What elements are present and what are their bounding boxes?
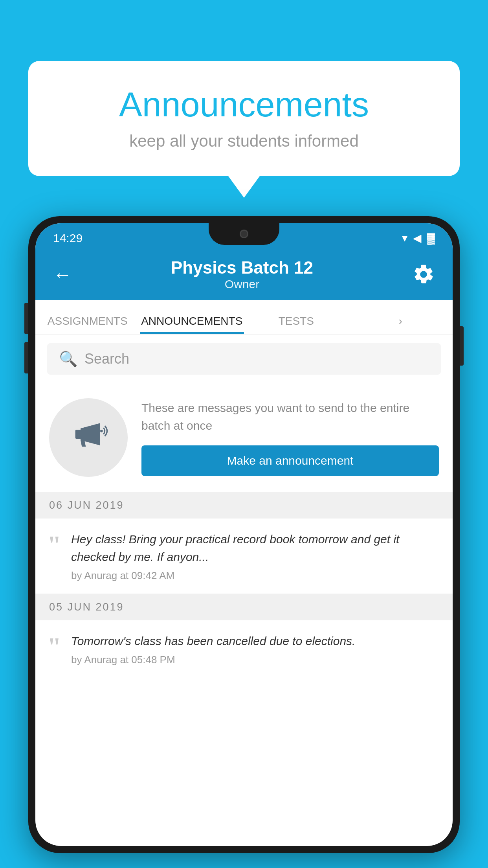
message-content-2: Tomorrow's class has been cancelled due … — [71, 632, 439, 666]
message-author-2: by Anurag at 05:48 PM — [71, 654, 439, 666]
announcement-prompt: These are messages you want to send to t… — [35, 383, 453, 492]
quote-icon-2: " — [47, 634, 61, 660]
date-separator-1: 06 JUN 2019 — [35, 492, 453, 519]
date-separator-2: 05 JUN 2019 — [35, 594, 453, 620]
prompt-right: These are messages you want to send to t… — [141, 399, 439, 476]
tab-tests[interactable]: TESTS — [244, 315, 349, 334]
megaphone-icon — [69, 418, 108, 457]
message-author-1: by Anurag at 09:42 AM — [71, 570, 439, 582]
speech-bubble-container: Announcements keep all your students inf… — [28, 61, 460, 198]
header-center: Physics Batch 12 Owner — [171, 258, 313, 291]
message-item-2[interactable]: " Tomorrow's class has been cancelled du… — [35, 620, 453, 678]
make-announcement-button[interactable]: Make an announcement — [141, 445, 439, 476]
tab-more[interactable]: › — [349, 315, 453, 334]
phone-notch — [209, 223, 279, 245]
battery-icon: ▓ — [427, 232, 435, 245]
message-content-1: Hey class! Bring your practical record b… — [71, 530, 439, 582]
back-button[interactable]: ← — [53, 264, 72, 285]
header-subtitle: Owner — [171, 278, 313, 291]
volume-up-button — [24, 303, 28, 334]
search-icon: 🔍 — [59, 350, 77, 368]
phone-container: 14:29 ▾ ◀ ▓ ← Physics Batch 12 Owner — [28, 216, 460, 868]
camera-lens — [240, 230, 248, 238]
signal-icon: ◀ — [413, 232, 422, 245]
message-text-2: Tomorrow's class has been cancelled due … — [71, 632, 439, 650]
svg-point-1 — [100, 430, 103, 432]
wifi-icon: ▾ — [402, 232, 407, 245]
settings-button[interactable] — [412, 263, 435, 286]
megaphone-circle — [49, 398, 128, 477]
status-time: 14:29 — [53, 232, 83, 245]
svg-rect-0 — [75, 430, 81, 439]
search-container: 🔍 Search — [35, 335, 453, 383]
speech-bubble: Announcements keep all your students inf… — [28, 61, 460, 176]
phone-outer: 14:29 ▾ ◀ ▓ ← Physics Batch 12 Owner — [28, 216, 460, 853]
quote-icon-1: " — [47, 532, 61, 558]
speech-bubble-arrow — [228, 176, 260, 198]
search-bar[interactable]: 🔍 Search — [47, 343, 441, 375]
phone-screen: 14:29 ▾ ◀ ▓ ← Physics Batch 12 Owner — [35, 223, 453, 846]
message-item-1[interactable]: " Hey class! Bring your practical record… — [35, 519, 453, 594]
message-text-1: Hey class! Bring your practical record b… — [71, 530, 439, 566]
power-button — [460, 326, 464, 366]
header-title: Physics Batch 12 — [171, 258, 313, 278]
tab-assignments[interactable]: ASSIGNMENTS — [35, 315, 140, 334]
volume-down-button — [24, 342, 28, 373]
prompt-description: These are messages you want to send to t… — [141, 399, 439, 434]
speech-bubble-subtitle: keep all your students informed — [60, 132, 428, 151]
status-icons: ▾ ◀ ▓ — [402, 232, 435, 245]
speech-bubble-title: Announcements — [60, 85, 428, 125]
app-header: ← Physics Batch 12 Owner — [35, 249, 453, 300]
tab-announcements[interactable]: ANNOUNCEMENTS — [140, 315, 244, 334]
tabs-bar: ASSIGNMENTS ANNOUNCEMENTS TESTS › — [35, 300, 453, 335]
search-placeholder: Search — [84, 351, 129, 367]
